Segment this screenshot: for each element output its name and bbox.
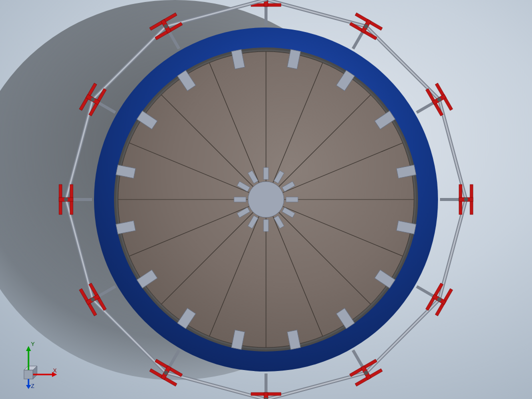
axis-z: [26, 379, 31, 389]
model-scene: [0, 0, 532, 399]
svg-rect-78: [24, 370, 33, 379]
hub: [248, 182, 284, 218]
triad-origin: [24, 366, 37, 379]
axis-z-label: Z: [31, 383, 34, 389]
svg-marker-84: [26, 346, 31, 351]
svg-point-29: [364, 370, 368, 374]
svg-point-19: [464, 198, 468, 202]
hub-tooth: [286, 197, 298, 202]
hub-tooth: [264, 220, 268, 232]
svg-point-24: [437, 298, 441, 302]
svg-point-14: [437, 98, 441, 102]
svg-point-9: [364, 24, 368, 28]
svg-point-54: [91, 98, 95, 102]
svg-marker-86: [26, 385, 31, 389]
hub-tooth: [234, 197, 246, 202]
cad-viewport[interactable]: X Y Z: [0, 0, 532, 399]
svg-point-39: [164, 370, 168, 374]
hub-tooth: [264, 168, 268, 180]
axis-x-label: X: [53, 368, 56, 374]
axis-y-label: Y: [31, 341, 34, 347]
orientation-triad[interactable]: X Y Z: [10, 342, 58, 390]
svg-point-49: [64, 198, 68, 202]
svg-point-59: [164, 24, 168, 28]
svg-point-44: [91, 298, 95, 302]
